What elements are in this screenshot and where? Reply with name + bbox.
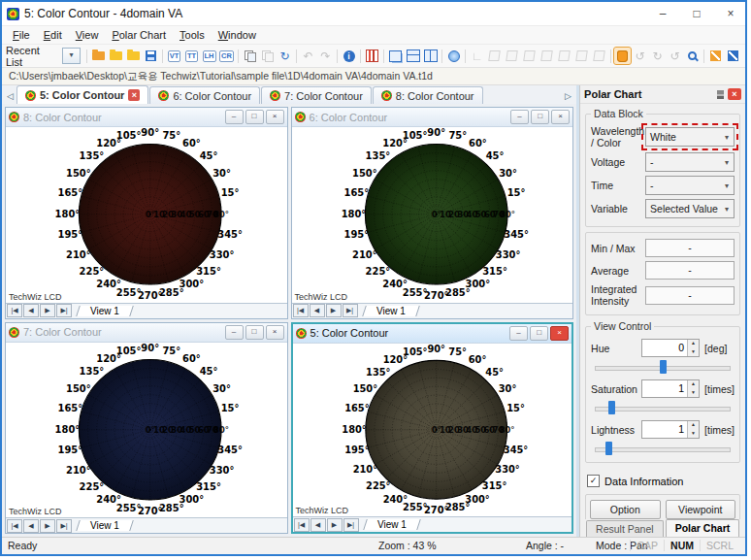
view-tab[interactable]: View 1 xyxy=(76,306,133,316)
lh-chart-button[interactable]: LH xyxy=(201,48,217,64)
nav-last-icon[interactable]: ▶| xyxy=(343,518,359,532)
polar-chart-canvas[interactable]: 15°30°45°60°75°90°105°120°135°150°165°18… xyxy=(293,344,572,517)
recent-list-combobox[interactable]: Recent List ▾ xyxy=(6,45,81,68)
polar-chart-canvas[interactable]: 15°30°45°60°75°90°105°120°135°150°165°18… xyxy=(292,127,573,303)
lightness-slider[interactable] xyxy=(593,442,733,456)
title-bar[interactable]: 5: Color Contour - 4domain VA – □ × xyxy=(2,2,745,25)
spin-up-icon[interactable]: ▲ xyxy=(688,380,699,389)
menu-item-tools[interactable]: Tools xyxy=(173,29,212,41)
nav-first-icon[interactable]: |◀ xyxy=(294,518,310,532)
nav-first-icon[interactable]: |◀ xyxy=(7,304,22,317)
menu-item-window[interactable]: Window xyxy=(212,29,263,41)
dock-tab-result-panel[interactable]: Result Panel xyxy=(586,520,664,537)
nav-last-icon[interactable]: ▶| xyxy=(343,304,358,317)
spin-up-icon[interactable]: ▲ xyxy=(688,421,699,430)
panel-titlebar[interactable]: 8: Color Contour – □ × xyxy=(6,108,287,127)
time-select[interactable]: -▾ xyxy=(645,176,735,195)
checkbox-check-icon[interactable]: ✓ xyxy=(587,475,600,487)
tab-8-color-contour[interactable]: 8: Color Contour xyxy=(373,86,483,104)
maximize-button[interactable]: □ xyxy=(682,3,711,24)
panel-titlebar[interactable]: 6: Color Contour – □ × xyxy=(292,108,573,127)
nav-next-icon[interactable]: ▶ xyxy=(326,304,342,317)
dock-tab-polar-chart[interactable]: Polar Chart xyxy=(666,519,740,537)
wavelength-color-select[interactable]: White▾ xyxy=(645,127,735,147)
menu-item-file[interactable]: File xyxy=(6,29,37,41)
nav-prev-icon[interactable]: ◀ xyxy=(23,519,39,533)
grid-orange-icon[interactable] xyxy=(707,48,724,64)
nav-next-icon[interactable]: ▶ xyxy=(327,518,343,532)
chevron-down-icon[interactable]: ▾ xyxy=(720,205,734,214)
lightness-input[interactable]: 1▲▼ xyxy=(641,420,700,439)
spin-down-icon[interactable]: ▼ xyxy=(688,389,699,398)
open-sample-icon[interactable] xyxy=(125,48,142,64)
grid-blue-icon[interactable] xyxy=(725,48,741,64)
window-tile-vertical-icon[interactable] xyxy=(422,48,439,64)
polar-chart-canvas[interactable]: 15°30°45°60°75°90°105°120°135°150°165°18… xyxy=(6,127,287,303)
panel-minimize-button[interactable]: – xyxy=(509,326,528,341)
menu-item-polar-chart[interactable]: Polar Chart xyxy=(105,29,173,41)
spinner-arrows[interactable]: ▲▼ xyxy=(687,380,699,397)
nav-first-icon[interactable]: |◀ xyxy=(7,519,22,533)
refresh-icon[interactable]: ↻ xyxy=(277,48,293,64)
tt-chart-button[interactable]: TT xyxy=(183,48,200,64)
tab-6-color-contour[interactable]: 6: Color Contour xyxy=(149,86,260,104)
hue-slider[interactable] xyxy=(593,360,733,375)
slider-thumb[interactable] xyxy=(608,401,615,414)
dock-close-icon[interactable]: × xyxy=(728,88,741,100)
saturation-slider[interactable] xyxy=(593,401,733,415)
polar-chart-canvas[interactable]: 15°30°45°60°75°90°105°120°135°150°165°18… xyxy=(6,343,287,518)
panel-maximize-button[interactable]: □ xyxy=(531,110,549,124)
panel-maximize-button[interactable]: □ xyxy=(245,325,264,340)
nav-last-icon[interactable]: ▶| xyxy=(56,304,72,317)
spinner-arrows[interactable]: ▲▼ xyxy=(687,421,699,438)
nav-next-icon[interactable]: ▶ xyxy=(40,304,55,317)
open-folder-icon[interactable] xyxy=(108,48,124,64)
close-button[interactable]: × xyxy=(716,3,745,24)
open-file-icon[interactable] xyxy=(90,48,107,64)
vt-chart-button[interactable]: VT xyxy=(166,48,182,64)
globe-icon[interactable] xyxy=(445,48,462,64)
spin-down-icon[interactable]: ▼ xyxy=(688,348,699,357)
nav-first-icon[interactable]: |◀ xyxy=(293,304,309,317)
panel-maximize-button[interactable]: □ xyxy=(530,326,548,341)
nav-prev-icon[interactable]: ◀ xyxy=(23,304,39,317)
panel-close-button[interactable]: × xyxy=(550,326,569,341)
chevron-down-icon[interactable]: ▾ xyxy=(720,133,734,142)
panel-minimize-button[interactable]: – xyxy=(225,110,244,124)
panel-minimize-button[interactable]: – xyxy=(225,325,244,340)
report-icon[interactable] xyxy=(364,48,380,64)
copy-icon[interactable] xyxy=(242,48,258,64)
cr-chart-button[interactable]: CR xyxy=(218,48,235,64)
viewpoint-button[interactable]: Viewpoint xyxy=(666,500,735,519)
tab-scroll-right-icon[interactable]: ▷ xyxy=(562,88,574,104)
zoom-region-icon[interactable] xyxy=(684,48,701,64)
menu-item-edit[interactable]: Edit xyxy=(37,29,69,41)
panel-close-button[interactable]: × xyxy=(551,110,570,124)
chevron-down-icon[interactable]: ▾ xyxy=(62,48,81,64)
nav-next-icon[interactable]: ▶ xyxy=(40,519,55,533)
menu-item-view[interactable]: View xyxy=(69,29,106,41)
save-icon[interactable] xyxy=(143,48,159,64)
slider-thumb[interactable] xyxy=(605,442,612,455)
hue-input[interactable]: 0▲▼ xyxy=(641,339,700,357)
saturation-input[interactable]: 1▲▼ xyxy=(641,379,700,398)
nav-last-icon[interactable]: ▶| xyxy=(56,519,72,533)
nav-prev-icon[interactable]: ◀ xyxy=(310,518,326,532)
spin-down-icon[interactable]: ▼ xyxy=(688,430,699,439)
pan-tool-icon[interactable] xyxy=(614,48,631,64)
window-tile-horizontal-icon[interactable] xyxy=(405,48,421,64)
voltage-select[interactable]: -▾ xyxy=(645,152,735,172)
tab-close-icon[interactable]: × xyxy=(128,89,140,101)
panel-close-button[interactable]: × xyxy=(266,110,284,124)
panel-titlebar[interactable]: 7: Color Contour – □ × xyxy=(6,323,287,343)
pin-icon[interactable] xyxy=(717,90,724,99)
chevron-down-icon[interactable]: ▾ xyxy=(720,181,734,190)
info-icon[interactable]: i xyxy=(341,48,357,64)
data-information-checkbox[interactable]: ✓ Data Information xyxy=(587,475,740,487)
panel-minimize-button[interactable]: – xyxy=(510,110,529,124)
chevron-down-icon[interactable]: ▾ xyxy=(720,158,734,167)
panel-titlebar[interactable]: 5: Color Contour – □ × xyxy=(293,324,572,344)
spin-up-icon[interactable]: ▲ xyxy=(688,340,699,348)
panel-maximize-button[interactable]: □ xyxy=(245,110,264,124)
option-button[interactable]: Option xyxy=(590,500,660,519)
